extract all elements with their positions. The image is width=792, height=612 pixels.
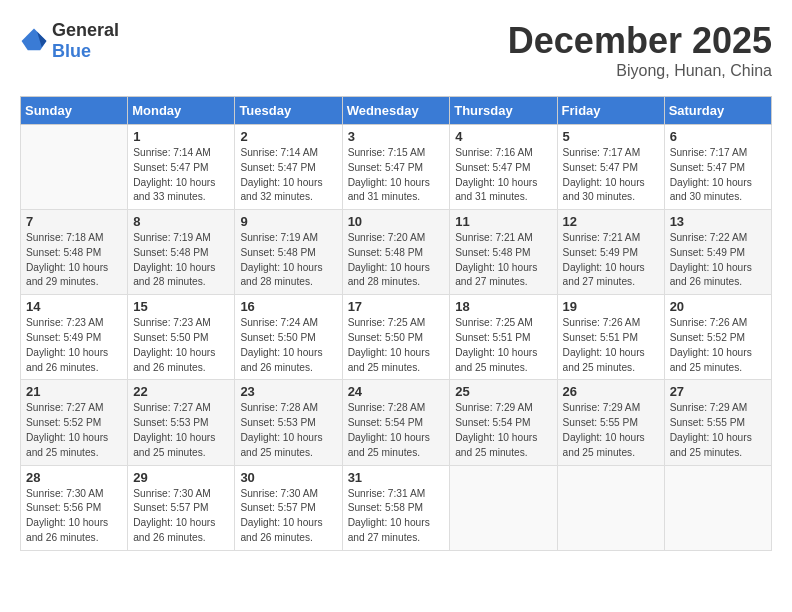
calendar-cell bbox=[450, 465, 557, 550]
calendar-week-2: 7Sunrise: 7:18 AM Sunset: 5:48 PM Daylig… bbox=[21, 210, 772, 295]
day-number: 6 bbox=[670, 129, 766, 144]
calendar-cell: 10Sunrise: 7:20 AM Sunset: 5:48 PM Dayli… bbox=[342, 210, 450, 295]
day-number: 11 bbox=[455, 214, 551, 229]
day-number: 5 bbox=[563, 129, 659, 144]
day-number: 17 bbox=[348, 299, 445, 314]
calendar-cell: 16Sunrise: 7:24 AM Sunset: 5:50 PM Dayli… bbox=[235, 295, 342, 380]
day-number: 26 bbox=[563, 384, 659, 399]
weekday-header-friday: Friday bbox=[557, 97, 664, 125]
calendar-week-1: 1Sunrise: 7:14 AM Sunset: 5:47 PM Daylig… bbox=[21, 125, 772, 210]
calendar-body: 1Sunrise: 7:14 AM Sunset: 5:47 PM Daylig… bbox=[21, 125, 772, 551]
weekday-header-row: SundayMondayTuesdayWednesdayThursdayFrid… bbox=[21, 97, 772, 125]
day-info: Sunrise: 7:30 AM Sunset: 5:57 PM Dayligh… bbox=[133, 487, 229, 546]
calendar-cell: 19Sunrise: 7:26 AM Sunset: 5:51 PM Dayli… bbox=[557, 295, 664, 380]
day-number: 28 bbox=[26, 470, 122, 485]
day-info: Sunrise: 7:25 AM Sunset: 5:50 PM Dayligh… bbox=[348, 316, 445, 375]
logo-general: General bbox=[52, 20, 119, 40]
calendar-cell: 6Sunrise: 7:17 AM Sunset: 5:47 PM Daylig… bbox=[664, 125, 771, 210]
calendar-cell: 28Sunrise: 7:30 AM Sunset: 5:56 PM Dayli… bbox=[21, 465, 128, 550]
day-number: 19 bbox=[563, 299, 659, 314]
day-info: Sunrise: 7:27 AM Sunset: 5:53 PM Dayligh… bbox=[133, 401, 229, 460]
day-number: 21 bbox=[26, 384, 122, 399]
calendar-cell: 8Sunrise: 7:19 AM Sunset: 5:48 PM Daylig… bbox=[128, 210, 235, 295]
calendar-cell: 15Sunrise: 7:23 AM Sunset: 5:50 PM Dayli… bbox=[128, 295, 235, 380]
day-number: 31 bbox=[348, 470, 445, 485]
calendar-week-5: 28Sunrise: 7:30 AM Sunset: 5:56 PM Dayli… bbox=[21, 465, 772, 550]
calendar-cell: 12Sunrise: 7:21 AM Sunset: 5:49 PM Dayli… bbox=[557, 210, 664, 295]
day-info: Sunrise: 7:24 AM Sunset: 5:50 PM Dayligh… bbox=[240, 316, 336, 375]
location-title: Biyong, Hunan, China bbox=[508, 62, 772, 80]
weekday-header-tuesday: Tuesday bbox=[235, 97, 342, 125]
calendar-cell: 7Sunrise: 7:18 AM Sunset: 5:48 PM Daylig… bbox=[21, 210, 128, 295]
day-number: 23 bbox=[240, 384, 336, 399]
calendar-cell: 14Sunrise: 7:23 AM Sunset: 5:49 PM Dayli… bbox=[21, 295, 128, 380]
day-info: Sunrise: 7:14 AM Sunset: 5:47 PM Dayligh… bbox=[240, 146, 336, 205]
day-number: 8 bbox=[133, 214, 229, 229]
day-number: 14 bbox=[26, 299, 122, 314]
day-info: Sunrise: 7:21 AM Sunset: 5:48 PM Dayligh… bbox=[455, 231, 551, 290]
day-number: 10 bbox=[348, 214, 445, 229]
day-info: Sunrise: 7:27 AM Sunset: 5:52 PM Dayligh… bbox=[26, 401, 122, 460]
day-number: 24 bbox=[348, 384, 445, 399]
day-info: Sunrise: 7:17 AM Sunset: 5:47 PM Dayligh… bbox=[563, 146, 659, 205]
calendar-cell: 25Sunrise: 7:29 AM Sunset: 5:54 PM Dayli… bbox=[450, 380, 557, 465]
day-number: 16 bbox=[240, 299, 336, 314]
title-area: December 2025 Biyong, Hunan, China bbox=[508, 20, 772, 80]
calendar-cell: 5Sunrise: 7:17 AM Sunset: 5:47 PM Daylig… bbox=[557, 125, 664, 210]
day-info: Sunrise: 7:29 AM Sunset: 5:54 PM Dayligh… bbox=[455, 401, 551, 460]
day-number: 9 bbox=[240, 214, 336, 229]
calendar-cell: 18Sunrise: 7:25 AM Sunset: 5:51 PM Dayli… bbox=[450, 295, 557, 380]
day-number: 13 bbox=[670, 214, 766, 229]
day-info: Sunrise: 7:16 AM Sunset: 5:47 PM Dayligh… bbox=[455, 146, 551, 205]
logo: General Blue bbox=[20, 20, 119, 62]
calendar-cell: 23Sunrise: 7:28 AM Sunset: 5:53 PM Dayli… bbox=[235, 380, 342, 465]
header: General Blue December 2025 Biyong, Hunan… bbox=[20, 20, 772, 80]
day-number: 2 bbox=[240, 129, 336, 144]
weekday-header-saturday: Saturday bbox=[664, 97, 771, 125]
logo-blue: Blue bbox=[52, 41, 91, 61]
calendar-cell: 1Sunrise: 7:14 AM Sunset: 5:47 PM Daylig… bbox=[128, 125, 235, 210]
calendar-cell: 24Sunrise: 7:28 AM Sunset: 5:54 PM Dayli… bbox=[342, 380, 450, 465]
day-info: Sunrise: 7:21 AM Sunset: 5:49 PM Dayligh… bbox=[563, 231, 659, 290]
calendar-cell: 17Sunrise: 7:25 AM Sunset: 5:50 PM Dayli… bbox=[342, 295, 450, 380]
day-info: Sunrise: 7:30 AM Sunset: 5:56 PM Dayligh… bbox=[26, 487, 122, 546]
calendar-week-3: 14Sunrise: 7:23 AM Sunset: 5:49 PM Dayli… bbox=[21, 295, 772, 380]
calendar-cell: 11Sunrise: 7:21 AM Sunset: 5:48 PM Dayli… bbox=[450, 210, 557, 295]
day-info: Sunrise: 7:17 AM Sunset: 5:47 PM Dayligh… bbox=[670, 146, 766, 205]
day-number: 25 bbox=[455, 384, 551, 399]
calendar-cell: 26Sunrise: 7:29 AM Sunset: 5:55 PM Dayli… bbox=[557, 380, 664, 465]
calendar-cell: 4Sunrise: 7:16 AM Sunset: 5:47 PM Daylig… bbox=[450, 125, 557, 210]
weekday-header-monday: Monday bbox=[128, 97, 235, 125]
day-info: Sunrise: 7:18 AM Sunset: 5:48 PM Dayligh… bbox=[26, 231, 122, 290]
weekday-header-sunday: Sunday bbox=[21, 97, 128, 125]
calendar-week-4: 21Sunrise: 7:27 AM Sunset: 5:52 PM Dayli… bbox=[21, 380, 772, 465]
day-info: Sunrise: 7:29 AM Sunset: 5:55 PM Dayligh… bbox=[670, 401, 766, 460]
day-info: Sunrise: 7:19 AM Sunset: 5:48 PM Dayligh… bbox=[133, 231, 229, 290]
day-info: Sunrise: 7:30 AM Sunset: 5:57 PM Dayligh… bbox=[240, 487, 336, 546]
day-info: Sunrise: 7:26 AM Sunset: 5:52 PM Dayligh… bbox=[670, 316, 766, 375]
day-info: Sunrise: 7:23 AM Sunset: 5:50 PM Dayligh… bbox=[133, 316, 229, 375]
day-number: 22 bbox=[133, 384, 229, 399]
calendar-cell: 22Sunrise: 7:27 AM Sunset: 5:53 PM Dayli… bbox=[128, 380, 235, 465]
weekday-header-thursday: Thursday bbox=[450, 97, 557, 125]
calendar-cell: 30Sunrise: 7:30 AM Sunset: 5:57 PM Dayli… bbox=[235, 465, 342, 550]
logo-icon bbox=[20, 27, 48, 55]
calendar-cell bbox=[664, 465, 771, 550]
day-number: 27 bbox=[670, 384, 766, 399]
day-info: Sunrise: 7:19 AM Sunset: 5:48 PM Dayligh… bbox=[240, 231, 336, 290]
day-info: Sunrise: 7:26 AM Sunset: 5:51 PM Dayligh… bbox=[563, 316, 659, 375]
weekday-header-wednesday: Wednesday bbox=[342, 97, 450, 125]
day-number: 3 bbox=[348, 129, 445, 144]
day-info: Sunrise: 7:22 AM Sunset: 5:49 PM Dayligh… bbox=[670, 231, 766, 290]
day-info: Sunrise: 7:28 AM Sunset: 5:53 PM Dayligh… bbox=[240, 401, 336, 460]
day-info: Sunrise: 7:31 AM Sunset: 5:58 PM Dayligh… bbox=[348, 487, 445, 546]
day-number: 30 bbox=[240, 470, 336, 485]
calendar-cell: 9Sunrise: 7:19 AM Sunset: 5:48 PM Daylig… bbox=[235, 210, 342, 295]
day-number: 12 bbox=[563, 214, 659, 229]
day-number: 29 bbox=[133, 470, 229, 485]
calendar-cell bbox=[21, 125, 128, 210]
calendar-cell: 27Sunrise: 7:29 AM Sunset: 5:55 PM Dayli… bbox=[664, 380, 771, 465]
day-info: Sunrise: 7:28 AM Sunset: 5:54 PM Dayligh… bbox=[348, 401, 445, 460]
day-number: 1 bbox=[133, 129, 229, 144]
day-info: Sunrise: 7:15 AM Sunset: 5:47 PM Dayligh… bbox=[348, 146, 445, 205]
